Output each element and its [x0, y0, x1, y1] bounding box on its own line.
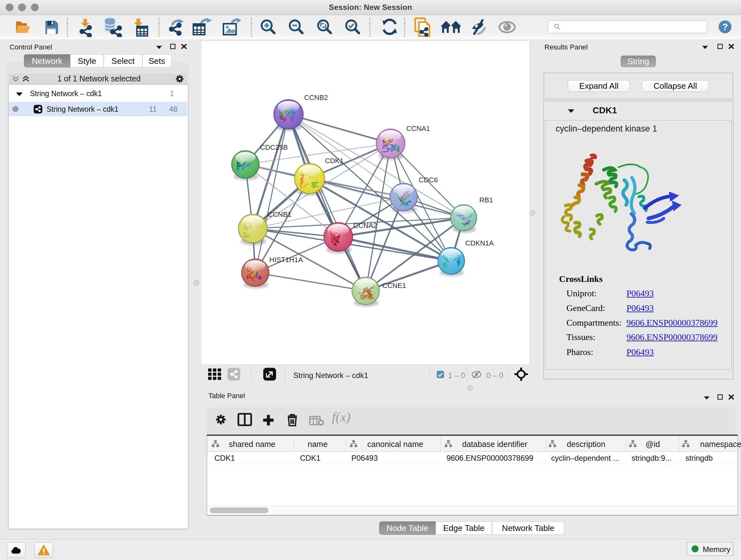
svg-text:CDC6: CDC6 [419, 176, 438, 184]
svg-text:CCNB2: CCNB2 [304, 94, 328, 102]
svg-text:?: ? [722, 21, 728, 32]
svg-text:CDKN1A: CDKN1A [465, 239, 494, 247]
svg-text:CDK1: CDK1 [325, 157, 344, 165]
svg-text:CCNB1: CCNB1 [268, 210, 292, 219]
svg-text:CDC25B: CDC25B [260, 143, 288, 151]
svg-text:CCNE1: CCNE1 [382, 282, 406, 290]
svg-text:CCNA2: CCNA2 [353, 222, 377, 230]
svg-text:RB1: RB1 [479, 196, 493, 204]
svg-text:CCNA1: CCNA1 [406, 125, 430, 132]
svg-text:HIST1H1A: HIST1H1A [269, 256, 303, 264]
